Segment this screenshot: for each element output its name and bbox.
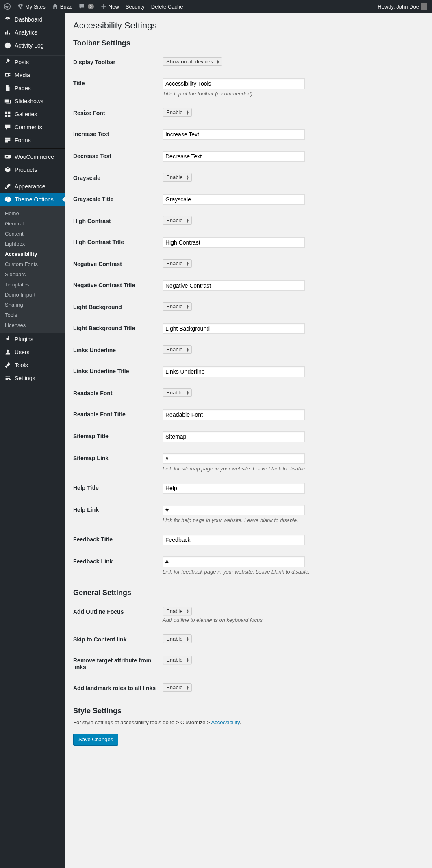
desc-help_link: Link for help page in your website. Leav… <box>163 517 420 523</box>
sub-item-licenses[interactable]: Licenses <box>0 320 65 330</box>
menu-item-slideshows[interactable]: Slideshows <box>0 95 65 108</box>
menu-label: Comments <box>15 124 42 130</box>
input-readable_font_title[interactable] <box>163 409 305 420</box>
menu-item-settings[interactable]: Settings <box>0 372 65 385</box>
menu-item-posts[interactable]: Posts <box>0 56 65 69</box>
input-high_contrast_title[interactable] <box>163 237 305 248</box>
user-icon <box>4 348 11 356</box>
menu-item-pages[interactable]: Pages <box>0 82 65 95</box>
menu-item-dashboard[interactable]: Dashboard <box>0 13 65 26</box>
sub-item-sharing[interactable]: Sharing <box>0 300 65 310</box>
input-light_background_title[interactable] <box>163 323 305 334</box>
sub-item-home[interactable]: Home <box>0 208 65 219</box>
label-sitemap_title: Sitemap Title <box>73 426 163 448</box>
input-negative_contrast_title[interactable] <box>163 280 305 291</box>
select-negative_contrast[interactable]: Enable▲▼ <box>163 259 192 268</box>
menu-label: Theme Options <box>15 196 54 203</box>
select-links_underline[interactable]: Enable▲▼ <box>163 345 192 354</box>
select-readable_font[interactable]: Enable▲▼ <box>163 388 192 397</box>
input-help_title[interactable] <box>163 483 305 494</box>
input-feedback_link[interactable] <box>163 556 305 567</box>
select-add_outline_focus[interactable]: Enable▲▼ <box>163 607 192 615</box>
label-add_outline_focus: Add Outline Focus <box>73 601 163 629</box>
sub-item-tools[interactable]: Tools <box>0 310 65 320</box>
label-title: Title <box>73 73 163 102</box>
menu-label: Products <box>15 167 37 173</box>
menu-label: Users <box>15 349 30 355</box>
customize-accessibility-link[interactable]: Accessibility <box>211 719 240 725</box>
chart-icon <box>4 29 11 36</box>
wp-logo[interactable] <box>2 0 12 13</box>
select-skip_to_content[interactable]: Enable▲▼ <box>163 634 192 643</box>
menu-label: Galleries <box>15 111 37 117</box>
site-link[interactable]: Buzz <box>50 0 74 13</box>
menu-item-comments[interactable]: Comments <box>0 121 65 134</box>
select-value: Enable <box>166 303 185 310</box>
avatar-icon <box>421 3 427 10</box>
menu-item-plugins[interactable]: Plugins <box>0 333 65 346</box>
sub-item-lightbox[interactable]: Lightbox <box>0 239 65 249</box>
security-link[interactable]: Security <box>124 0 146 13</box>
label-display_toolbar: Display Toolbar <box>73 52 163 73</box>
label-help_title: Help Title <box>73 477 163 499</box>
label-resize_font: Resize Font <box>73 102 163 123</box>
select-value: Enable <box>166 684 185 691</box>
menu-item-activitylog[interactable]: Activity Log <box>0 39 65 52</box>
chevron-updown-icon: ▲▼ <box>185 175 190 180</box>
input-feedback_title[interactable] <box>163 535 305 545</box>
input-sitemap_title[interactable] <box>163 431 305 442</box>
content: Accessibility Settings Toolbar Settings … <box>65 13 432 868</box>
select-resize_font[interactable]: Enable▲▼ <box>163 108 192 117</box>
settings-icon <box>4 374 11 382</box>
label-links_underline: Links Underline <box>73 340 163 361</box>
label-increase_text: Increase Text <box>73 123 163 145</box>
pin-icon <box>4 58 11 66</box>
new-link[interactable]: New <box>99 0 121 13</box>
delete-cache-link[interactable]: Delete Cache <box>150 0 185 13</box>
select-grayscale[interactable]: Enable▲▼ <box>163 173 192 182</box>
clock-icon <box>4 42 11 49</box>
menu-item-forms[interactable]: Forms <box>0 134 65 147</box>
sub-item-accessibility[interactable]: Accessibility <box>0 249 65 259</box>
sub-item-customfonts[interactable]: Custom Fonts <box>0 259 65 269</box>
menu-item-media[interactable]: Media <box>0 69 65 82</box>
account-link[interactable]: Howdy, John Doe <box>376 0 429 13</box>
select-display_toolbar[interactable]: Show on all devices▲▼ <box>163 57 222 66</box>
section-toolbar-settings: Toolbar Settings <box>73 39 424 48</box>
mysites-link[interactable]: My Sites <box>15 0 47 13</box>
sub-item-general[interactable]: General <box>0 219 65 229</box>
input-links_underline_title[interactable] <box>163 366 305 377</box>
select-landmark_roles[interactable]: Enable▲▼ <box>163 683 192 692</box>
menu-item-woocommerce[interactable]: WooCommerce <box>0 150 65 163</box>
sub-item-demoimport[interactable]: Demo Import <box>0 290 65 300</box>
style-note: For style settings of accessibility tool… <box>73 719 424 725</box>
select-remove_target[interactable]: Enable▲▼ <box>163 656 192 664</box>
input-sitemap_link[interactable] <box>163 453 305 464</box>
menu-item-users[interactable]: Users <box>0 346 65 359</box>
menu-item-themeopt[interactable]: Theme Options <box>0 193 65 206</box>
menu-item-galleries[interactable]: Galleries <box>0 108 65 121</box>
menu-item-tools[interactable]: Tools <box>0 359 65 372</box>
menu-item-products[interactable]: Products <box>0 163 65 176</box>
input-decrease_text[interactable] <box>163 151 305 162</box>
menu-label: Pages <box>15 85 31 91</box>
gauge-icon <box>4 16 11 23</box>
menu-item-analytics[interactable]: Analytics <box>0 26 65 39</box>
plug-icon <box>4 336 11 343</box>
input-title[interactable] <box>163 78 305 89</box>
select-high_contrast[interactable]: Enable▲▼ <box>163 216 192 225</box>
select-value: Enable <box>166 636 185 642</box>
menu-item-appearance[interactable]: Appearance <box>0 180 65 193</box>
select-value: Enable <box>166 260 185 266</box>
input-increase_text[interactable] <box>163 129 305 140</box>
sub-item-sidebars[interactable]: Sidebars <box>0 269 65 279</box>
save-changes-button[interactable]: Save Changes <box>73 734 118 745</box>
comments-link[interactable]: 0 <box>77 0 96 13</box>
select-light_background[interactable]: Enable▲▼ <box>163 302 192 311</box>
desc-sitemap_link: Link for sitemap page in your website. L… <box>163 465 420 472</box>
input-help_link[interactable] <box>163 505 305 515</box>
label-links_underline_title: Links Underline Title <box>73 361 163 383</box>
sub-item-templates[interactable]: Templates <box>0 279 65 290</box>
input-grayscale_title[interactable] <box>163 194 305 205</box>
sub-item-content[interactable]: Content <box>0 229 65 239</box>
